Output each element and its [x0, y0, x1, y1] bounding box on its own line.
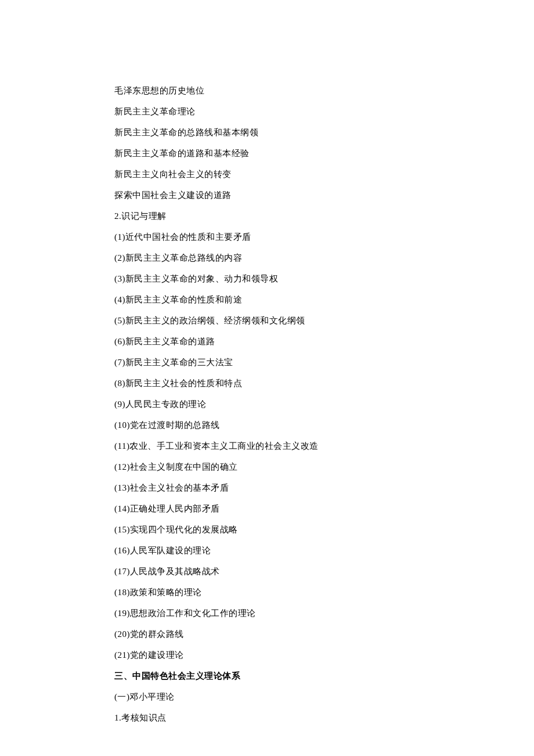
text-line: 新民主主义向社会主义的转变 [114, 168, 534, 181]
document-content: 毛泽东思想的历史地位 新民主主义革命理论 新民主主义革命的总路线和基本纲领 新民… [114, 84, 534, 725]
text-line: (2)新民主主义革命总路线的内容 [114, 251, 534, 265]
text-line: (4)新民主主义革命的性质和前途 [114, 293, 534, 307]
text-line: (3)新民主主义革命的对象、动力和领导权 [114, 272, 534, 286]
text-line: (12)社会主义制度在中国的确立 [114, 460, 534, 474]
text-line: 1.考核知识点 [114, 711, 534, 725]
text-line: (一)邓小平理论 [114, 690, 534, 704]
section-heading: 三、中国特色社会主义理论体系 [114, 669, 534, 683]
text-line: (21)党的建设理论 [114, 649, 534, 662]
text-line: (8)新民主主义社会的性质和特点 [114, 377, 534, 390]
text-line: (7)新民主主义革命的三大法宝 [114, 356, 534, 369]
text-line: (20)党的群众路线 [114, 628, 534, 641]
text-line: (18)政策和策略的理论 [114, 586, 534, 599]
text-line: (16)人民军队建设的理论 [114, 544, 534, 557]
text-line: 2.识记与理解 [114, 210, 534, 223]
text-line: (5)新民主主义的政治纲领、经济纲领和文化纲领 [114, 314, 534, 327]
text-line: (11)农业、手工业和资本主义工商业的社会主义改造 [114, 440, 534, 453]
text-line: (10)党在过渡时期的总路线 [114, 419, 534, 432]
text-line: 毛泽东思想的历史地位 [114, 84, 534, 98]
text-line: (1)近代中国社会的性质和主要矛盾 [114, 231, 534, 244]
text-line: 新民主主义革命理论 [114, 105, 534, 118]
text-line: (17)人民战争及其战略战术 [114, 565, 534, 578]
text-line: 新民主主义革命的道路和基本经验 [114, 147, 534, 160]
text-line: (15)实现四个现代化的发展战略 [114, 523, 534, 537]
text-line: 探索中国社会主义建设的道路 [114, 189, 534, 202]
text-line: (9)人民民主专政的理论 [114, 398, 534, 411]
text-line: 新民主主义革命的总路线和基本纲领 [114, 126, 534, 139]
text-line: (19)思想政治工作和文化工作的理论 [114, 607, 534, 620]
text-line: (6)新民主主义革命的道路 [114, 335, 534, 348]
text-line: (14)正确处理人民内部矛盾 [114, 502, 534, 516]
text-line: (13)社会主义社会的基本矛盾 [114, 481, 534, 495]
